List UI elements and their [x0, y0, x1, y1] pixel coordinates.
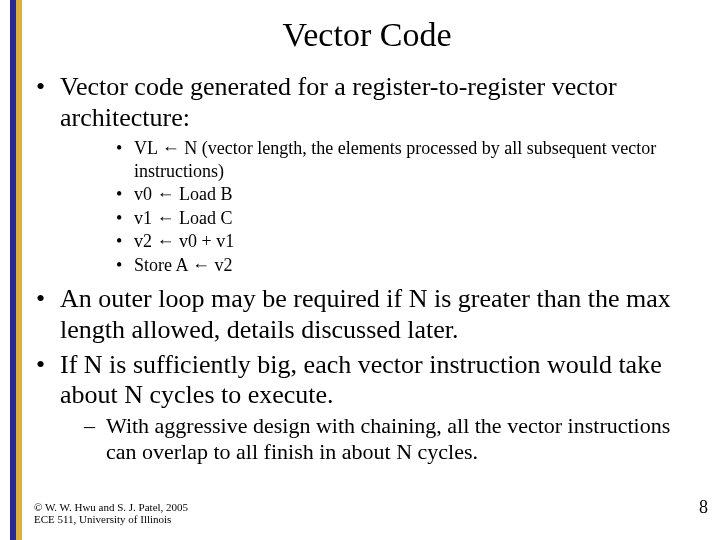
- sub-bullet-1: VL ← N (vector length, the elements proc…: [116, 137, 700, 182]
- slide-body: Vector Code Vector code generated for a …: [0, 0, 720, 540]
- footer-line-2: ECE 511, University of Illinois: [34, 513, 188, 526]
- dash-bullet: With aggressive design with chaining, al…: [84, 413, 700, 466]
- footer-copyright: © W. W. Hwu and S. J. Patel, 2005 ECE 51…: [34, 501, 188, 526]
- bullet-1: Vector code generated for a register-to-…: [34, 72, 700, 276]
- sub-bullet-3: v1 ← Load C: [116, 207, 700, 230]
- footer-line-1: © W. W. Hwu and S. J. Patel, 2005: [34, 501, 188, 514]
- sub-bullet-list: VL ← N (vector length, the elements proc…: [116, 137, 700, 276]
- sub-bullet-5: Store A ← v2: [116, 254, 700, 277]
- bullet-3-text: If N is sufficiently big, each vector in…: [60, 350, 662, 410]
- bullet-1-text: Vector code generated for a register-to-…: [60, 72, 617, 132]
- dash-list: With aggressive design with chaining, al…: [84, 413, 700, 466]
- sub-bullet-4: v2 ← v0 + v1: [116, 230, 700, 253]
- bullet-list: Vector code generated for a register-to-…: [34, 72, 700, 466]
- page-number: 8: [699, 497, 708, 518]
- slide-title: Vector Code: [34, 16, 700, 54]
- bullet-2: An outer loop may be required if N is gr…: [34, 284, 700, 345]
- sub-bullet-2: v0 ← Load B: [116, 183, 700, 206]
- bullet-3: If N is sufficiently big, each vector in…: [34, 350, 700, 466]
